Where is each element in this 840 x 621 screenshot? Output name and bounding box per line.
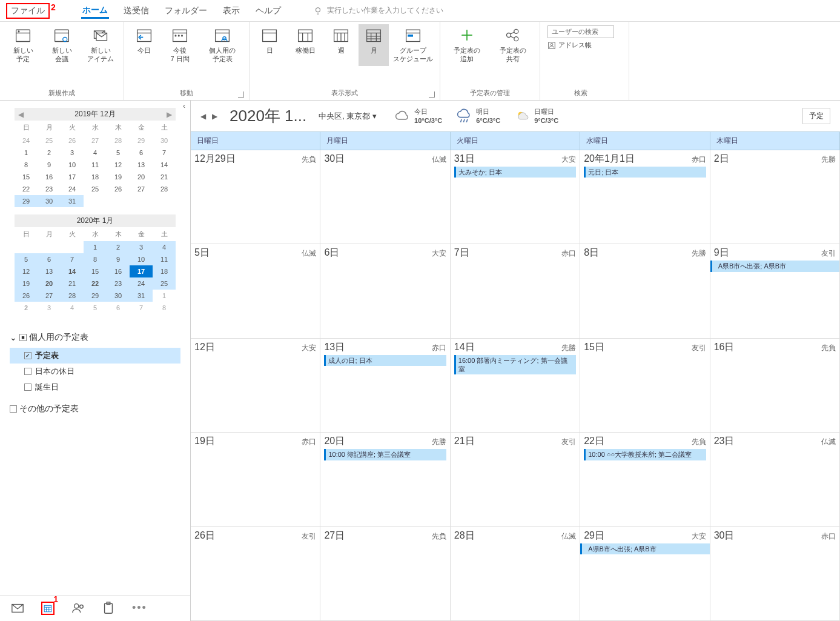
minical-day[interactable]: 17	[61, 171, 84, 183]
prev-month-icon[interactable]: ◀	[200, 112, 206, 121]
personal-cal-button[interactable]: 個人用の 予定表	[200, 24, 244, 66]
minical-day[interactable]: 20	[38, 277, 61, 290]
month-button[interactable]: 月	[359, 24, 389, 66]
new-items-button[interactable]: 新しい アイテム	[82, 24, 119, 66]
address-book-button[interactable]: アドレス帳	[547, 41, 614, 50]
minical-day[interactable]: 7	[153, 147, 176, 159]
minical-day[interactable]	[130, 195, 153, 207]
tab-help[interactable]: ヘルプ	[254, 3, 282, 19]
minical-day[interactable]: 2	[15, 302, 38, 314]
tab-file[interactable]: ファイル	[6, 3, 50, 19]
minical-day[interactable]: 8	[84, 253, 107, 265]
minical-day[interactable]: 16	[107, 265, 130, 277]
more-icon[interactable]: •••	[132, 602, 145, 615]
minical-day[interactable]: 14	[153, 159, 176, 171]
calendar-cell[interactable]: 31日大安大みそか; 日本	[451, 150, 580, 244]
calendar-event[interactable]: 成人の日; 日本	[324, 355, 446, 366]
cal-group-other[interactable]: その他の予定表	[10, 403, 180, 414]
collapse-sidebar-icon[interactable]: ‹	[183, 102, 185, 110]
minical-day[interactable]: 18	[84, 171, 107, 183]
minical-day[interactable]: 24	[15, 134, 38, 147]
calendar-cell[interactable]: 29日大安A県B市へ出張; A県B市	[580, 527, 710, 620]
calendar-cell[interactable]: 30日赤口	[710, 527, 840, 620]
new-appointment-button[interactable]: 新しい 予定	[5, 24, 41, 66]
calendar-event[interactable]: 10:00 簿記講座; 第三会議室	[324, 449, 446, 460]
minical-day[interactable]: 29	[130, 134, 153, 147]
minical-day[interactable]: 28	[61, 290, 84, 302]
view-tab[interactable]: 予定	[802, 108, 830, 124]
minical-day[interactable]: 7	[130, 302, 153, 314]
minical-day[interactable]	[15, 241, 38, 253]
calendar-cell[interactable]: 13日赤口成人の日; 日本	[320, 339, 450, 432]
minical-day[interactable]: 25	[38, 134, 61, 147]
minical-prev[interactable]: ◀	[18, 110, 24, 119]
today-button[interactable]: 今日	[129, 24, 159, 66]
minical-day[interactable]: 9	[38, 159, 61, 171]
minical-day[interactable]: 3	[61, 147, 84, 159]
minical-day[interactable]: 7	[61, 253, 84, 265]
minical-day[interactable]: 2	[107, 241, 130, 253]
minical-day[interactable]: 3	[130, 241, 153, 253]
cal-item-birthdays[interactable]: 誕生日	[10, 379, 180, 395]
minical-day[interactable]: 28	[153, 183, 176, 195]
dialog-launcher-icon[interactable]	[238, 91, 244, 98]
minical-day[interactable]: 5	[15, 253, 38, 265]
calendar-cell[interactable]: 15日友引	[580, 339, 710, 432]
tab-folder[interactable]: フォルダー	[164, 3, 208, 19]
minical-day[interactable]: 12	[15, 265, 38, 277]
minical-day[interactable]: 21	[61, 277, 84, 290]
minical-day[interactable]: 3	[38, 302, 61, 314]
minical-day[interactable]: 30	[153, 134, 176, 147]
minical-day[interactable]: 24	[61, 183, 84, 195]
minical-day[interactable]: 29	[84, 290, 107, 302]
minical-day[interactable]: 26	[15, 290, 38, 302]
minical-day[interactable]	[61, 241, 84, 253]
mail-icon[interactable]	[11, 602, 24, 615]
calendar-event[interactable]: 16:00 部署内ミーティング; 第一会議室	[454, 355, 576, 375]
minical-day[interactable]: 2	[38, 147, 61, 159]
people-icon[interactable]	[71, 602, 85, 615]
minical-day[interactable]: 1	[84, 241, 107, 253]
workweek-button[interactable]: 稼働日	[287, 24, 323, 66]
share-calendar-button[interactable]: 予定表の 共有	[491, 24, 535, 66]
minical-day[interactable]: 21	[153, 171, 176, 183]
minical-day[interactable]: 6	[130, 147, 153, 159]
minical-day[interactable]: 23	[107, 277, 130, 290]
minical-day[interactable]: 10	[130, 253, 153, 265]
calendar-cell[interactable]: 19日赤口	[191, 433, 320, 526]
minical-day[interactable]: 14	[61, 265, 84, 277]
search-people-input[interactable]: ユーザーの検索	[547, 25, 614, 38]
calendar-cell[interactable]: 2日先勝	[710, 150, 840, 244]
minical-day[interactable]	[84, 195, 107, 207]
minical-day[interactable]: 9	[107, 253, 130, 265]
minical-day[interactable]: 30	[107, 290, 130, 302]
minical-day[interactable]: 22	[84, 277, 107, 290]
calendar-cell[interactable]: 14日先勝16:00 部署内ミーティング; 第一会議室	[451, 339, 580, 432]
minical-day[interactable]: 13	[38, 265, 61, 277]
minical-day[interactable]: 12	[107, 159, 130, 171]
minical-day[interactable]: 16	[38, 171, 61, 183]
calendar-cell[interactable]: 22日先負10:00 ○○大学教授来所; 第二会議室	[580, 433, 710, 526]
minical-day[interactable]: 4	[61, 302, 84, 314]
minical-day[interactable]: 26	[61, 134, 84, 147]
calendar-cell[interactable]: 6日大安	[320, 244, 450, 337]
day-button[interactable]: 日	[254, 24, 285, 66]
minical-day[interactable]: 1	[15, 147, 38, 159]
minical-day[interactable]: 27	[38, 290, 61, 302]
minical-day[interactable]: 8	[153, 302, 176, 314]
minical-day[interactable]	[38, 241, 61, 253]
cal-item-holidays[interactable]: 日本の休日	[10, 364, 180, 379]
minical-day[interactable]: 10	[61, 159, 84, 171]
calendar-cell[interactable]: 9日友引A県B市へ出張; A県B市	[710, 244, 840, 337]
add-calendar-button[interactable]: 予定表の 追加	[445, 24, 489, 66]
minical-day[interactable]: 25	[84, 183, 107, 195]
minical-day[interactable]: 18	[153, 265, 176, 277]
calendar-event[interactable]: A県B市へ出張; A県B市	[710, 261, 839, 271]
minical-day[interactable]: 31	[61, 195, 84, 207]
calendar-cell[interactable]: 8日先勝	[580, 244, 710, 337]
tab-view[interactable]: 表示	[222, 3, 241, 19]
calendar-cell[interactable]: 21日友引	[451, 433, 580, 526]
minical-day[interactable]: 13	[130, 159, 153, 171]
calendar-cell[interactable]: 20年1月1日赤口元日; 日本	[580, 150, 710, 244]
calendar-cell[interactable]: 5日仏滅	[191, 244, 320, 337]
